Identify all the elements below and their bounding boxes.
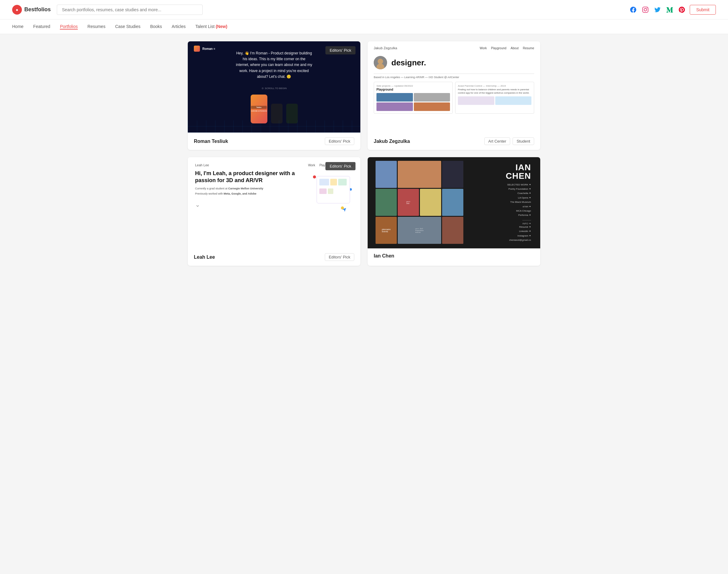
- main-content: Roman ≡ Hey, 👋 I'm Roman - Product desig…: [182, 34, 546, 273]
- grid-cell-6: [420, 189, 441, 216]
- thumb-3: [376, 102, 413, 111]
- grid-cell-5: yo><3n0: [398, 189, 419, 216]
- twitter-icon[interactable]: [653, 5, 662, 14]
- card-leah-name: Leah Lee: [194, 254, 215, 260]
- card3-sub2: Previously worked with Meta, Google, and…: [195, 192, 301, 196]
- main-nav: Home Featured Portfolios Resumes Case St…: [0, 19, 728, 34]
- card3-text: Hi, I'm Leah, a product designer with a …: [195, 170, 301, 208]
- chevron-down-icon: ⌄: [195, 201, 301, 208]
- thumb-1: [376, 93, 413, 101]
- tag-art-center[interactable]: Art Center: [484, 137, 510, 145]
- editors-pick-badge-leah: Editors' Pick: [325, 162, 356, 170]
- grid-cell-8: plennaireevents: [375, 217, 397, 244]
- submit-button[interactable]: Submit: [690, 5, 716, 14]
- ian-name: IAN CHEN: [506, 163, 531, 180]
- card-roman-image: Roman ≡ Hey, 👋 I'm Roman - Product desig…: [188, 41, 360, 132]
- card1-intro: Hey, 👋 I'm Roman - Product designer buil…: [224, 50, 324, 80]
- project-playground: Side projects — Updated 09/2022 Playgrou…: [374, 82, 453, 114]
- card-leah-tags: Editors' Pick: [325, 253, 354, 261]
- thumb-6: [495, 96, 532, 105]
- nav-item-books[interactable]: Books: [150, 24, 162, 30]
- grid-cell-1: [375, 161, 397, 188]
- header: ● Bestfolios Submit: [0, 0, 728, 19]
- nav-item-talent-list[interactable]: Talent List (New): [195, 24, 227, 30]
- card-jakub-tags: Art Center Student: [484, 137, 534, 145]
- nav-item-featured[interactable]: Featured: [33, 24, 50, 30]
- card-ian-name: Ian Chen: [374, 253, 394, 259]
- nav-item-portfolios[interactable]: Portfolios: [60, 24, 78, 30]
- grid-cell-2: [398, 161, 441, 188]
- card-roman-footer: Roman Tesliuk Editors' Pick: [188, 132, 360, 150]
- phone-1: Tabbs CHROME EXTENSION: [251, 94, 267, 123]
- card1-scroll: ⊙ SCROLL TO BEGIN: [262, 87, 287, 90]
- card3-content: Hi, I'm Leah, a product designer with a …: [195, 170, 353, 218]
- card-leah-image: Editors' Pick Leah Lee Work Play About R…: [188, 157, 360, 248]
- card-roman-name: Roman Tesliuk: [194, 139, 228, 144]
- card-ian-image: yo><3n0 plennaireevents yo>< 3n0inspirat…: [368, 157, 540, 248]
- card2-site-name: Jakub Zegzulka: [374, 46, 397, 50]
- card-jakub-image: Jakub Zegzulka Work Playground About Res…: [368, 41, 540, 132]
- card2-projects: Side projects — Updated 09/2022 Playgrou…: [374, 82, 534, 114]
- ui-illustration: ➤: [305, 170, 353, 218]
- card3-heading: Hi, I'm Leah, a product designer with a …: [195, 170, 301, 184]
- project-avast: Avast Parental Control — Internship — 20…: [455, 82, 534, 114]
- logo-icon: ●: [12, 5, 22, 14]
- project-thumbs-2: [458, 96, 532, 105]
- instagram-icon[interactable]: [641, 5, 650, 14]
- grid-cell-4: [375, 189, 397, 216]
- card3-site-name: Leah Lee: [195, 163, 209, 167]
- card-roman[interactable]: Roman ≡ Hey, 👋 I'm Roman - Product desig…: [188, 41, 360, 150]
- ian-collage-grid: yo><3n0 plennaireevents yo>< 3n0inspirat…: [372, 157, 467, 248]
- card-ian-footer: Ian Chen: [368, 248, 540, 263]
- pinterest-icon[interactable]: [678, 5, 686, 14]
- card-roman-tags: Editors' Pick: [325, 137, 354, 145]
- card-jakub[interactable]: Jakub Zegzulka Work Playground About Res…: [368, 41, 540, 150]
- card-leah[interactable]: Editors' Pick Leah Lee Work Play About R…: [188, 157, 360, 266]
- card2-nav: Work Playground About Resume: [480, 46, 534, 50]
- search-input[interactable]: [57, 5, 203, 15]
- card-leah-footer: Leah Lee Editors' Pick: [188, 248, 360, 266]
- grid-cell-9: yo>< 3n0inspirationevents: [398, 217, 441, 244]
- logo[interactable]: ● Bestfolios: [12, 5, 51, 14]
- card2-hero: designer.: [374, 53, 534, 71]
- card4-right: IAN CHEN SELECTED WORK ✦ Poetry Foundati…: [467, 157, 536, 248]
- logo-text: Bestfolios: [24, 6, 51, 13]
- card1-floor: [188, 120, 360, 132]
- card-ian[interactable]: yo><3n0 plennaireevents yo>< 3n0inspirat…: [368, 157, 540, 266]
- grid-cell-3: [442, 161, 463, 188]
- card2-avatar: [374, 56, 387, 69]
- header-right: Submit: [629, 5, 716, 14]
- thumb-5: [458, 96, 494, 105]
- editors-pick-badge-roman: Editors' Pick: [325, 46, 356, 54]
- nav-item-articles[interactable]: Articles: [172, 24, 186, 30]
- tag-student[interactable]: Student: [512, 137, 534, 145]
- tag-editors-pick[interactable]: Editors' Pick: [325, 137, 354, 145]
- tag-leah-editors-pick[interactable]: Editors' Pick: [325, 253, 354, 261]
- thumb-4: [414, 102, 450, 111]
- facebook-icon[interactable]: [629, 5, 637, 14]
- card3-sub1: Currently a grad student at Carnegie Mel…: [195, 187, 301, 191]
- card1-phones: Tabbs CHROME EXTENSION: [251, 94, 298, 123]
- grid-cell-7: [442, 189, 463, 216]
- nav-item-home[interactable]: Home: [12, 24, 24, 30]
- ian-info-items: Résumé ✦ LinkedIn ✦ Instagram ✦ chenianz…: [509, 225, 531, 243]
- medium-icon[interactable]: [666, 5, 674, 14]
- ian-info-label: INFO ✦: [522, 220, 531, 225]
- svg-point-1: [378, 59, 383, 64]
- card-jakub-name: Jakub Zegzulka: [374, 139, 410, 144]
- dot-red: [313, 175, 316, 178]
- portfolio-grid: Roman ≡ Hey, 👋 I'm Roman - Product desig…: [188, 41, 540, 266]
- ian-selected-work: SELECTED WORK ✦ Poetry Foundation ✦ Coac…: [507, 183, 531, 218]
- card1-logo-name: Roman ≡: [202, 47, 216, 50]
- card2-header: Jakub Zegzulka Work Playground About Res…: [374, 46, 534, 50]
- card2-title: designer.: [391, 58, 426, 68]
- project-thumbs-1: [376, 93, 450, 111]
- grid-cell-10: [442, 217, 463, 244]
- ui-box: [317, 176, 350, 203]
- nav-item-case-studies[interactable]: Case Studies: [115, 24, 140, 30]
- card2-subtitle: Based in Los Angeles — Learning AR/MR — …: [374, 74, 534, 79]
- thumb-2: [414, 93, 450, 101]
- card-jakub-footer: Jakub Zegzulka Art Center Student: [368, 132, 540, 150]
- nav-item-resumes[interactable]: Resumes: [88, 24, 105, 30]
